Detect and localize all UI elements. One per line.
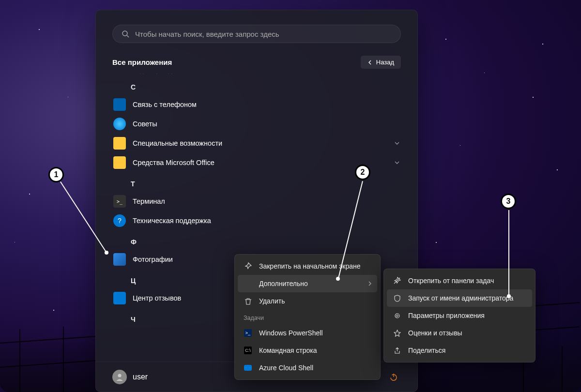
callout-line-3 [508, 210, 509, 296]
ctx-label: Windows PowerShell [259, 329, 323, 337]
azure-icon [244, 365, 252, 371]
search-input[interactable]: Чтобы начать поиск, введите запрос здесь [112, 25, 401, 43]
folder-icon [113, 137, 126, 150]
app-label: Средства Microsoft Office [133, 159, 214, 166]
callout-3: 3 [501, 194, 516, 209]
svg-point-5 [395, 314, 399, 318]
app-item-tips[interactable]: Советы [107, 114, 407, 134]
ctx-pin-start[interactable]: Закрепить на начальном экране [238, 257, 377, 275]
unpin-icon [393, 277, 401, 285]
ctx-share[interactable]: Поделиться [387, 342, 532, 359]
svg-line-1 [127, 35, 129, 37]
ctx-tasks-label: Задачи [238, 310, 377, 324]
app-item-phone-link[interactable]: Связь с телефоном [107, 95, 407, 114]
chevron-down-icon [394, 160, 400, 166]
tips-icon [113, 118, 126, 130]
app-label: Связь с телефоном [133, 101, 197, 108]
feedback-hub-icon [113, 292, 126, 304]
star-icon [393, 330, 401, 337]
svg-point-0 [122, 31, 127, 36]
trash-icon [244, 298, 252, 305]
avatar-icon [112, 370, 127, 384]
ctx-task-cmd[interactable]: C:\ Командная строка [238, 342, 377, 359]
section-letter-s[interactable]: С [107, 75, 407, 95]
ctx-label: Закрепить на начальном экране [259, 262, 361, 270]
ctx-run-admin[interactable]: Запуск от имени администратора [387, 289, 532, 307]
username-label: user [133, 373, 148, 381]
app-item-accessibility[interactable]: Специальные возможности [107, 134, 407, 153]
photos-icon [113, 253, 126, 266]
ctx-more[interactable]: Дополнительно [238, 275, 377, 292]
back-button[interactable]: Назад [361, 56, 401, 69]
pin-icon [244, 262, 252, 270]
ctx-label: Azure Cloud Shell [259, 364, 313, 372]
user-button[interactable]: user [112, 370, 148, 384]
powershell-icon: >_ [244, 329, 252, 337]
callout-dot-1 [105, 251, 108, 255]
context-menu-sub: Открепить от панели задач Запуск от имен… [383, 269, 535, 362]
ctx-task-powershell[interactable]: >_ Windows PowerShell [238, 324, 377, 342]
ctx-unpin-taskbar[interactable]: Открепить от панели задач [387, 272, 532, 289]
svg-point-2 [118, 374, 122, 377]
callout-2: 2 [355, 165, 370, 180]
chevron-down-icon [394, 140, 400, 146]
app-item-get-help[interactable]: ? Техническая поддержка [107, 211, 407, 230]
ctx-label: Параметры приложения [408, 312, 485, 319]
all-apps-title: Все приложения [112, 58, 172, 66]
ctx-label: Дополнительно [259, 280, 308, 287]
ctx-label: Оценки и отзывы [408, 329, 462, 337]
ctx-task-azure[interactable]: Azure Cloud Shell [238, 359, 377, 377]
chevron-right-icon [367, 281, 372, 286]
chevron-left-icon [367, 60, 372, 65]
callout-dot-2 [336, 277, 340, 281]
power-icon [389, 373, 398, 381]
ctx-app-settings[interactable]: Параметры приложения [387, 307, 532, 324]
ctx-uninstall[interactable]: Удалить [238, 292, 377, 310]
app-label: Техническая поддержка [133, 217, 211, 225]
app-item-video-editor[interactable]: Редактор видео [107, 74, 407, 75]
app-label: Специальные возможности [133, 139, 222, 147]
terminal-icon: >_ [113, 195, 126, 208]
folder-icon [113, 156, 126, 169]
ctx-label: Поделиться [408, 347, 445, 354]
phone-link-icon [113, 98, 126, 111]
app-label: Редактор видео [133, 74, 179, 74]
ctx-label: Удалить [259, 297, 285, 305]
app-item-terminal[interactable]: >_ Терминал [107, 192, 407, 211]
search-placeholder: Чтобы начать поиск, введите запрос здесь [135, 30, 279, 38]
ctx-rate-review[interactable]: Оценки и отзывы [387, 324, 532, 342]
callout-dot-3 [507, 294, 511, 298]
context-menu-main: Закрепить на начальном экране Дополнител… [234, 254, 381, 380]
shield-icon [393, 295, 401, 302]
app-label: Центр отзывов [133, 294, 181, 302]
get-help-icon: ? [113, 214, 126, 227]
app-label: Советы [133, 120, 157, 128]
app-label: Терминал [133, 197, 165, 205]
back-label: Назад [376, 59, 394, 66]
ctx-label: Командная строка [259, 347, 317, 354]
search-icon [122, 30, 129, 38]
callout-1: 1 [48, 167, 64, 182]
gear-icon [393, 312, 401, 319]
section-letter-f[interactable]: Ф [107, 230, 407, 250]
power-button[interactable] [386, 370, 401, 384]
app-label: Фотографии [133, 256, 173, 263]
ctx-label: Открепить от панели задач [408, 277, 494, 285]
cmd-icon: C:\ [244, 347, 252, 354]
ctx-label: Запуск от имени администратора [408, 294, 513, 302]
share-icon [393, 347, 401, 354]
svg-point-6 [396, 315, 398, 317]
